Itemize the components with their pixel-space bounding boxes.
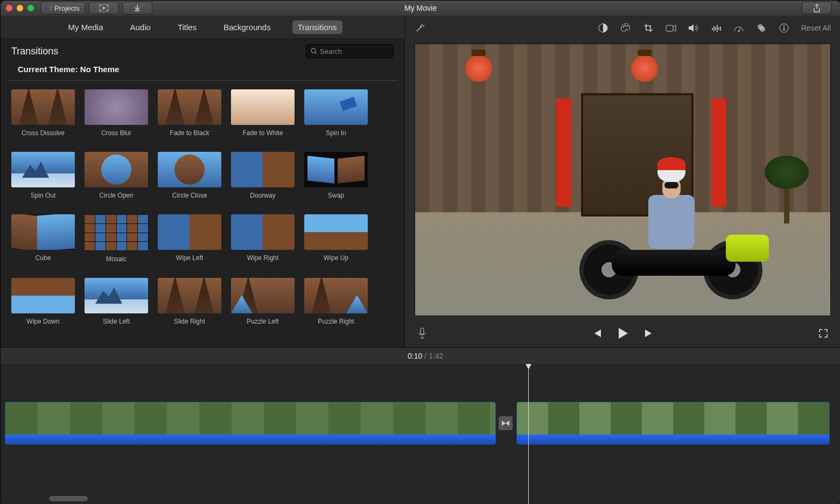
video-clip-2[interactable] <box>516 402 830 445</box>
play-icon <box>617 327 629 340</box>
browser-tabs: My Media Audio Titles Backgrounds Transi… <box>1 16 404 39</box>
transition-item[interactable]: Cross Dissolve <box>11 89 75 137</box>
time-separator: / <box>424 352 426 360</box>
transition-thumbnail <box>85 152 148 187</box>
timeline-info-bar: 0:10 / 1:42 <box>1 348 840 364</box>
tab-titles[interactable]: Titles <box>172 20 202 34</box>
tab-my-media[interactable]: My Media <box>62 20 108 34</box>
transition-item[interactable]: Fade to Black <box>158 89 221 137</box>
stabilization-button[interactable] <box>666 23 676 33</box>
scrollbar-thumb[interactable] <box>49 496 88 501</box>
playhead[interactable] <box>528 364 529 504</box>
microphone-icon <box>418 327 426 339</box>
transition-item[interactable]: Circle Open <box>85 152 148 199</box>
share-button[interactable] <box>802 2 832 15</box>
transition-item[interactable]: Slide Right <box>158 278 221 325</box>
svg-rect-1 <box>100 5 101 6</box>
transition-thumbnail <box>231 89 295 125</box>
transition-label: Circle Close <box>172 192 207 199</box>
reset-all-button[interactable]: Reset All <box>801 24 831 32</box>
transition-item[interactable]: Spin In <box>304 89 368 137</box>
tab-transitions[interactable]: Transitions <box>292 20 342 34</box>
transition-label: Circle Open <box>99 192 133 199</box>
tab-backgrounds[interactable]: Backgrounds <box>218 20 276 34</box>
fullscreen-window-button[interactable] <box>27 5 34 11</box>
fullscreen-button[interactable] <box>818 328 829 339</box>
speed-button[interactable] <box>733 23 744 33</box>
transition-item[interactable]: Circle Close <box>158 152 221 199</box>
transition-item[interactable]: Wipe Down <box>11 278 75 325</box>
close-window-button[interactable] <box>6 5 12 11</box>
svg-rect-4 <box>107 10 108 11</box>
transition-item[interactable]: Swap <box>304 152 368 199</box>
titlebar: 〈 Projects My Movie <box>1 1 840 16</box>
transition-thumbnail <box>11 278 75 313</box>
preview-canvas[interactable] <box>415 44 831 316</box>
equalizer-icon <box>711 24 721 32</box>
transition-thumbnail <box>85 89 148 125</box>
transition-item[interactable]: Slide Left <box>85 278 148 325</box>
transition-thumbnail <box>158 152 221 187</box>
download-button[interactable] <box>122 2 152 15</box>
noise-reduction-button[interactable] <box>711 23 722 33</box>
transition-item[interactable]: Cube <box>11 214 75 263</box>
transition-label: Wipe Down <box>26 318 59 325</box>
share-icon <box>813 4 821 12</box>
video-overlay-button[interactable] <box>756 23 767 33</box>
transition-item[interactable]: Doorway <box>231 152 295 199</box>
transition-thumbnail <box>158 89 221 125</box>
transition-item[interactable]: Cross Blur <box>85 89 148 137</box>
import-media-button[interactable] <box>89 2 119 15</box>
skip-back-icon <box>591 328 602 338</box>
crop-button[interactable] <box>643 23 654 33</box>
transition-thumbnail <box>84 214 149 251</box>
transition-label: Cross Dissolve <box>22 129 65 137</box>
color-balance-button[interactable] <box>598 23 608 33</box>
crop-icon <box>643 23 653 33</box>
transition-item[interactable]: Mosaic <box>85 214 148 263</box>
voiceover-button[interactable] <box>417 328 428 339</box>
camera-icon <box>666 24 676 32</box>
transition-thumbnail <box>231 278 295 313</box>
transition-marker[interactable] <box>498 416 513 431</box>
lantern-decoration <box>465 55 492 82</box>
volume-button[interactable] <box>688 23 699 33</box>
expand-icon <box>818 328 828 338</box>
next-clip-button[interactable] <box>644 328 655 338</box>
transition-item[interactable]: Wipe Left <box>158 214 221 263</box>
info-button[interactable] <box>779 23 789 33</box>
skip-forward-icon <box>644 328 655 338</box>
rider-on-motorcycle <box>606 154 714 299</box>
lantern-decoration <box>631 55 658 82</box>
transition-item[interactable]: Puzzle Right <box>304 278 368 325</box>
video-clip-1[interactable] <box>5 402 496 445</box>
transition-label: Puzzle Right <box>318 318 354 325</box>
playback-controls <box>405 319 840 347</box>
timeline[interactable] <box>1 364 840 504</box>
transition-thumbnail <box>11 214 75 250</box>
banner-decoration <box>556 99 571 207</box>
current-time: 0:10 <box>408 352 422 360</box>
svg-point-8 <box>624 25 626 26</box>
tab-audio[interactable]: Audio <box>125 20 156 34</box>
overlay-icon <box>757 23 766 33</box>
transition-label: Puzzle Left <box>247 318 278 325</box>
minimize-window-button[interactable] <box>17 5 23 11</box>
search-input[interactable]: Search <box>306 44 394 58</box>
transition-item[interactable]: Spin Out <box>11 152 75 199</box>
horizontal-scrollbar[interactable] <box>1 496 840 501</box>
magic-wand-button[interactable] <box>415 23 425 33</box>
transition-item[interactable]: Wipe Up <box>304 214 368 263</box>
projects-back-button[interactable]: 〈 Projects <box>40 2 86 15</box>
transition-thumbnail <box>231 152 295 187</box>
transition-label: Fade to Black <box>170 129 209 137</box>
transition-item[interactable]: Puzzle Left <box>231 278 295 325</box>
play-button[interactable] <box>617 327 629 340</box>
prev-clip-button[interactable] <box>591 328 602 338</box>
transition-item[interactable]: Fade to White <box>231 89 295 137</box>
transition-label: Cube <box>36 254 51 262</box>
transition-thumbnail <box>158 214 221 250</box>
total-time: 1:42 <box>429 352 443 360</box>
transition-item[interactable]: Wipe Right <box>231 214 295 263</box>
color-correction-button[interactable] <box>620 23 631 33</box>
